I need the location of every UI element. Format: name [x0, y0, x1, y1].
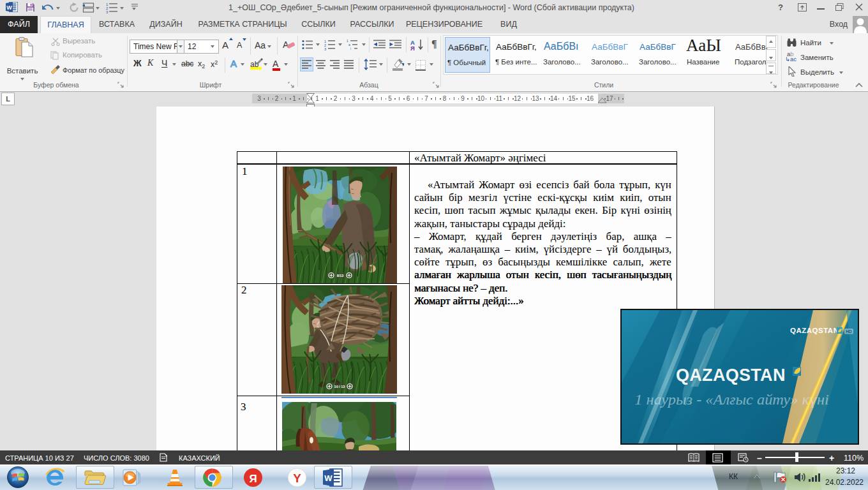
svg-text:x: x	[165, 454, 167, 457]
svg-text:8/13: 8/13	[337, 274, 344, 278]
svg-text:HD: HD	[846, 329, 852, 334]
svg-text:10 / 13: 10 / 13	[334, 385, 345, 389]
svg-text:1 наурыз - «Алғыс айту» күні: 1 наурыз - «Алғыс айту» күні	[634, 392, 829, 408]
svg-text:3: 3	[106, 10, 108, 13]
svg-text:W: W	[324, 473, 333, 483]
svg-text:Y: Y	[293, 471, 301, 485]
svg-text:3: 3	[324, 47, 326, 51]
svg-text:W: W	[6, 4, 12, 11]
svg-text:i: i	[350, 47, 351, 50]
svg-text:QAZAQSTAN: QAZAQSTAN	[790, 327, 839, 334]
svg-text:Я: Я	[249, 473, 257, 485]
svg-text:QAZAQSTAN: QAZAQSTAN	[676, 366, 786, 385]
